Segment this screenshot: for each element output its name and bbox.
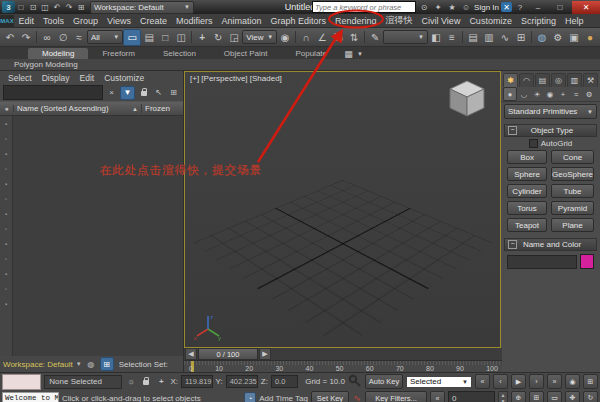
menu-civil-view[interactable]: Civil View <box>417 16 465 26</box>
go-to-end-button[interactable]: » <box>547 374 562 389</box>
use-pivot-center-icon[interactable]: ◉ <box>277 30 293 45</box>
filter-lights-icon[interactable]: ▪ <box>2 150 10 158</box>
zoom-all-icon[interactable]: ⊞ <box>529 391 544 402</box>
schematic-view-icon[interactable]: ⊞ <box>513 30 529 45</box>
pick-parent-icon[interactable]: ↖ <box>152 87 165 99</box>
current-frame-field[interactable]: 0 <box>448 391 495 402</box>
ribbon-tab-populate[interactable]: Populate <box>281 48 341 59</box>
undo-quick-icon[interactable]: ↶ <box>51 2 63 13</box>
plane-button[interactable]: Plane <box>551 218 594 232</box>
filter-spacewarps-icon[interactable]: ▫ <box>2 195 10 203</box>
scene-explorer-list[interactable] <box>13 116 183 348</box>
helpers-icon[interactable]: + <box>557 88 569 100</box>
menu-modifiers[interactable]: Modifiers <box>171 16 217 26</box>
filter-materials-icon[interactable]: ▪ <box>2 270 10 278</box>
tab-utilities[interactable]: ⚒ <box>583 73 598 87</box>
next-frame-arrow[interactable]: ▶ <box>259 348 271 360</box>
filter-cameras-icon[interactable]: ▫ <box>2 165 10 173</box>
save-file-icon[interactable]: ◫ <box>39 2 51 13</box>
geometry-icon[interactable]: ● <box>503 87 517 101</box>
open-file-icon[interactable]: ⊡ <box>27 2 39 13</box>
filter-containers-icon[interactable]: ▫ <box>2 255 10 263</box>
tab-hierarchy[interactable]: ▤ <box>535 73 550 87</box>
bind-spacewarp-icon[interactable]: ≈ <box>71 30 87 45</box>
set-key-button[interactable]: Set Key <box>311 391 349 402</box>
app-logo-icon[interactable]: 3 <box>2 1 15 13</box>
maximize-button[interactable]: □ <box>550 1 570 14</box>
se-menu-edit[interactable]: Edit <box>80 73 95 83</box>
filter-hidden-icon[interactable]: ▪ <box>2 300 10 308</box>
chevron-down-icon[interactable]: ▼ <box>76 361 82 367</box>
select-link-icon[interactable]: ∞ <box>39 30 55 45</box>
render-production-icon[interactable]: ● <box>582 30 598 45</box>
project-folder-icon[interactable]: ⊞ <box>75 2 87 13</box>
select-scale-icon[interactable]: ◲ <box>226 30 242 45</box>
se-menu-select[interactable]: Select <box>8 73 32 83</box>
viewport-label[interactable]: [+] [Perspective] [Shaded] <box>190 74 282 83</box>
ribbon-minimize-icon[interactable]: ▦ <box>341 48 356 59</box>
filter-geometry-icon[interactable]: ▪ <box>2 120 10 128</box>
display-filter-icon[interactable]: ▼ <box>120 86 135 100</box>
add-time-tag[interactable]: ◔ Add Time Tag <box>244 392 308 402</box>
render-setup-icon[interactable]: ⚙ <box>550 30 566 45</box>
scene-explorer-search-input[interactable] <box>3 85 103 100</box>
rendered-frame-icon[interactable]: ▣ <box>566 30 582 45</box>
selection-lock-icon[interactable] <box>140 376 152 388</box>
track-bar[interactable]: 0 10 20 30 40 50 60 70 80 90 100 <box>184 361 502 372</box>
polygon-modeling-panel-label[interactable]: Polygon Modeling <box>14 60 78 69</box>
filter-shapes-icon[interactable]: ▫ <box>2 135 10 143</box>
key-filters-button[interactable]: Key Filters... <box>365 391 427 402</box>
shapes-icon[interactable]: ◡ <box>518 88 530 100</box>
spacewarps-icon[interactable]: ≈ <box>570 88 582 100</box>
favorites-star-icon[interactable]: ★ <box>446 2 458 13</box>
menu-animation[interactable]: Animation <box>217 16 266 26</box>
se-menu-display[interactable]: Display <box>42 73 70 83</box>
tab-create[interactable]: ✱ <box>503 73 518 87</box>
zoom-icon[interactable]: ⊕ <box>511 391 526 402</box>
new-key-filter-icon[interactable]: ∿ <box>352 393 362 402</box>
name-color-rollout[interactable]: − Name and Color <box>504 238 597 251</box>
go-to-start-button[interactable]: « <box>475 374 490 389</box>
named-selection-dropdown[interactable]: ▼ <box>383 30 428 44</box>
object-color-swatch[interactable] <box>580 254 594 269</box>
time-config-icon[interactable]: ⊞ <box>583 374 598 389</box>
menu-scripting[interactable]: Scripting <box>516 16 560 26</box>
menu-rendering[interactable]: Rendering <box>331 16 382 26</box>
pyramid-button[interactable]: Pyramid <box>551 201 594 215</box>
maxscript-listener[interactable]: Welcome to MAX! <box>2 392 59 402</box>
absolute-mode-icon[interactable]: + <box>155 376 167 388</box>
time-slider[interactable]: ◀ 0 / 100 ▶ <box>184 348 502 361</box>
curve-editor-icon[interactable]: ∿ <box>497 30 513 45</box>
filter-groups-icon[interactable]: ▪ <box>2 210 10 218</box>
tab-motion[interactable]: ◎ <box>551 73 566 87</box>
go-to-frame-icon[interactable]: « <box>430 391 445 402</box>
menu-help[interactable]: Help <box>560 16 588 26</box>
minimize-button[interactable]: – <box>528 1 548 14</box>
chevron-down-icon[interactable]: ▼ <box>356 48 364 59</box>
max-menu-logo-icon[interactable]: MAX <box>0 15 14 27</box>
redo-icon[interactable]: ↷ <box>18 30 34 45</box>
layer-manager-icon[interactable]: ▤ <box>465 30 481 45</box>
z-coord-field[interactable]: 0.0 <box>271 375 298 388</box>
menu-edit[interactable]: Edit <box>14 16 39 26</box>
help-search-input[interactable] <box>312 1 416 13</box>
select-by-name-icon[interactable]: ▤ <box>141 30 157 45</box>
perspective-viewport[interactable]: [+] [Perspective] [Shaded] x y z <box>184 71 501 348</box>
object-name-field[interactable] <box>507 255 577 269</box>
tube-button[interactable]: Tube <box>551 184 594 198</box>
lock-icon[interactable] <box>137 87 150 99</box>
filter-bones-icon[interactable]: ▪ <box>2 240 10 248</box>
angle-snap-icon[interactable]: ∠ <box>314 30 330 45</box>
ribbon-tab-freeform[interactable]: Freeform <box>88 48 148 59</box>
edit-named-selections-icon[interactable]: ✎ <box>367 30 383 45</box>
keyboard-override-icon[interactable] <box>348 374 362 389</box>
user-icon[interactable]: ☺ <box>460 2 472 13</box>
selection-lock-grid-icon[interactable]: ⊞ <box>100 357 114 371</box>
x-coord-field[interactable]: 119.819 <box>181 375 213 388</box>
tab-display[interactable]: ▥ <box>567 73 582 87</box>
filter-layers-icon[interactable]: ▫ <box>2 285 10 293</box>
zoom-extents-icon[interactable]: ▭ <box>547 391 562 402</box>
systems-icon[interactable]: ⚙ <box>583 88 595 100</box>
key-mode-dropdown[interactable]: Selected ▼ <box>406 376 472 388</box>
name-column-header[interactable]: Name (Sorted Ascending) ▲ <box>14 104 141 113</box>
